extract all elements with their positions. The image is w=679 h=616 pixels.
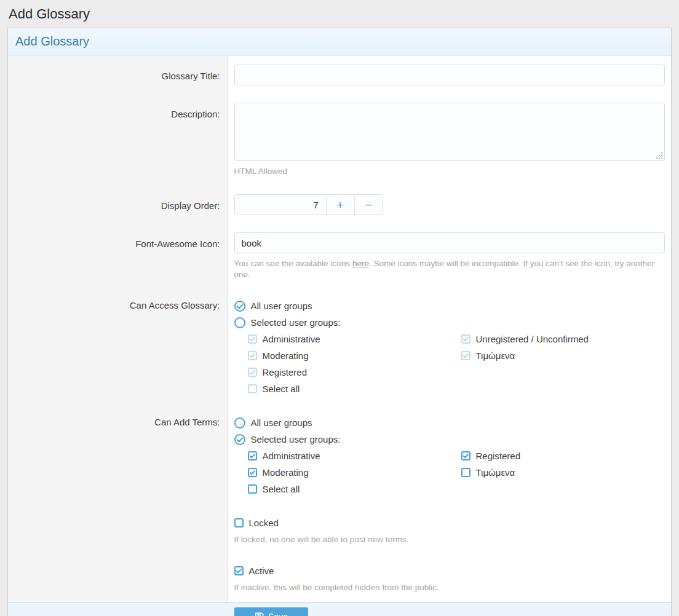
checkbox-label: Select all [263,484,300,494]
active-row: Active If inactive, this will be complet… [8,554,671,602]
checkbox-option-administrative[interactable]: Administrative [248,331,461,347]
checkbox-option-select-all[interactable]: Select all [248,381,461,397]
save-icon [255,612,264,616]
checkbox-icon[interactable] [234,518,244,527]
checkbox-icon[interactable] [248,334,257,344]
description-textarea[interactable] [234,103,665,161]
checkbox-icon[interactable] [248,384,257,393]
checkbox-icon[interactable] [461,334,471,344]
locked-row: Locked If locked, no one will be able to… [8,506,671,554]
locked-hint: If locked, no one will be able to post n… [234,534,665,545]
checkbox-option-timomena[interactable]: Τιμώμενα [461,464,521,481]
page-title: Add Glossary [0,0,679,28]
checkbox-label: Select all [263,384,300,394]
checkbox-icon[interactable] [248,451,257,460]
save-button[interactable]: Save [234,607,308,616]
checkbox-option-active[interactable]: Active [234,563,665,579]
fa-icon-hint: You can see the available icons here. So… [234,258,665,280]
checkbox-label: Registered [476,451,521,461]
available-icons-link[interactable]: here [352,259,369,268]
checkbox-icon[interactable] [248,484,257,494]
checkbox-option-moderating[interactable]: Moderating [248,464,461,481]
checkbox-icon[interactable] [234,566,244,575]
radio-label: Selected user groups: [251,434,341,444]
fa-icon-label: Font-Awesome Icon: [8,224,228,289]
checkbox-option-timomena[interactable]: Τιμώμενα [461,347,589,364]
active-hint: If inactive, this will be completed hidd… [234,582,665,593]
glossary-title-row: Glossary Title: [8,56,671,94]
checkbox-option-unregistered[interactable]: Unregistered / Unconfirmed [461,331,589,347]
checkbox-label: Registered [263,367,308,377]
checkbox-option-registered[interactable]: Registered [248,364,461,381]
radio-option-selected-user-groups[interactable]: Selected user groups: [234,314,665,331]
display-order-label: Display Order: [8,186,228,224]
radio-label: All user groups [251,301,312,311]
checkbox-label: Τιμώμενα [476,350,515,361]
add-glossary-panel: Add Glossary Glossary Title: Description… [7,28,672,616]
checkbox-label: Τιμώμενα [476,467,515,478]
fa-icon-hint-pre: You can see the available icons [234,259,352,268]
checkbox-label: Moderating [263,350,309,361]
checkbox-label: Administrative [263,451,320,461]
increment-button[interactable]: + [326,195,354,215]
panel-footer: Save [8,602,671,616]
checkbox-option-moderating[interactable]: Moderating [248,347,461,364]
radio-icon[interactable] [234,301,245,312]
checkbox-option-administrative[interactable]: Administrative [248,448,461,464]
checkbox-label: Locked [249,518,279,528]
description-label: Description: [8,94,228,186]
checkbox-option-locked[interactable]: Locked [234,515,665,531]
radio-icon[interactable] [234,317,245,328]
display-order-stepper: + − [234,194,383,215]
radio-option-all-user-groups[interactable]: All user groups [234,414,665,431]
can-access-groups: Administrative Moderating Registered [248,331,665,397]
checkbox-label: Administrative [263,334,320,344]
checkbox-option-registered[interactable]: Registered [461,448,521,464]
checkbox-label: Unregistered / Unconfirmed [476,334,589,344]
can-access-row: Can Access Glossary: All user groups Sel… [8,289,671,406]
checkbox-icon[interactable] [461,451,471,460]
radio-label: Selected user groups: [251,317,341,328]
description-row: Description: HTML Allowed [8,94,671,186]
glossary-title-input[interactable] [234,65,665,85]
save-button-label: Save [268,612,288,616]
can-add-row: Can Add Terms: All user groups Selected … [8,406,671,506]
radio-option-all-user-groups[interactable]: All user groups [234,298,665,314]
glossary-title-label: Glossary Title: [8,56,228,94]
fa-icon-input[interactable] [234,232,665,253]
checkbox-icon[interactable] [248,468,257,477]
decrement-button[interactable]: − [354,195,383,215]
panel-header: Add Glossary [8,28,671,56]
radio-icon[interactable] [234,434,245,445]
active-row-label [8,554,228,602]
checkbox-icon[interactable] [248,351,257,360]
checkbox-icon[interactable] [248,368,257,377]
checkbox-label: Active [249,566,274,576]
radio-option-selected-user-groups[interactable]: Selected user groups: [234,431,665,448]
radio-icon[interactable] [234,417,245,428]
description-hint: HTML Allowed [234,166,665,177]
display-order-row: Display Order: + − [8,186,671,224]
checkbox-icon[interactable] [461,351,471,360]
radio-label: All user groups [251,417,312,428]
checkbox-icon[interactable] [461,468,471,477]
locked-row-label [8,506,228,554]
glossary-form: Glossary Title: Description: HTML Allowe… [8,56,671,602]
can-access-label: Can Access Glossary: [8,289,228,406]
fa-icon-row: Font-Awesome Icon: You can see the avail… [8,224,671,289]
display-order-input[interactable] [235,195,326,215]
checkbox-option-select-all[interactable]: Select all [248,481,461,497]
can-add-groups: Administrative Moderating Select all [248,448,665,497]
can-add-label: Can Add Terms: [8,406,228,506]
checkbox-label: Moderating [263,467,309,478]
